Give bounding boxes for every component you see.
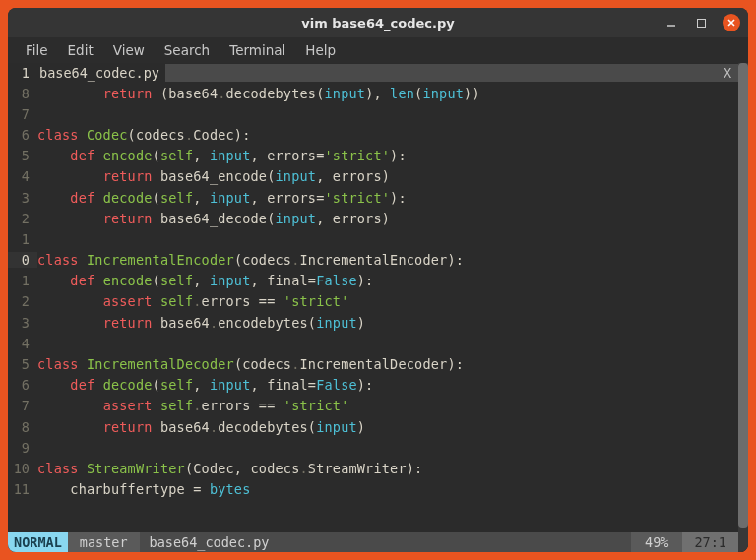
code-line: 5 def encode(self, input, errors='strict… [8,146,738,166]
menubar: File Edit View Search Terminal Help [8,37,748,63]
line-number: 1 [8,231,37,247]
line-content: assert self.errors == 'strict' [37,293,348,309]
line-number: 4 [8,336,37,351]
menu-file[interactable]: File [18,40,56,60]
line-number: 0 [8,252,37,268]
line-content: class IncrementalDecoder(codecs.Incremen… [37,356,464,372]
code-line: 1 [8,228,738,249]
line-content: def encode(self, input, errors='strict')… [37,148,407,163]
code-line: 11 charbuffertype = bytes [8,479,738,500]
code-line: 3 def decode(self, input, errors='strict… [8,187,738,208]
code-line: 9 [8,437,738,458]
line-content: class IncrementalEncoder(codecs.Incremen… [37,252,464,268]
maximize-button[interactable] [693,15,709,31]
code-line: 2 return base64_decode(input, errors) [8,208,738,228]
code-line: 4 return base64_encode(input, errors) [8,166,738,187]
line-number: 6 [8,377,37,393]
line-content: class StreamWriter(Codec, codecs.StreamW… [37,461,422,476]
line-content: return base64_decode(input, errors) [37,211,390,226]
code-column: 1 base64_codec.py X 8 return (base64.dec… [8,63,738,552]
minimize-button[interactable] [663,15,679,31]
code-line: 10class StreamWriter(Codec, codecs.Strea… [8,458,738,478]
code-line: 8 return base64.decodebytes(input) [8,416,738,437]
titlebar: vim base64_codec.py [8,8,748,37]
code-line: 6 def decode(self, input, final=False): [8,375,738,396]
terminal-area: 1 base64_codec.py X 8 return (base64.dec… [8,63,748,552]
code-body[interactable]: 8 return (base64.decodebytes(input), len… [8,83,738,532]
code-line: 6class Codec(codecs.Codec): [8,124,738,145]
code-line: 8 return (base64.decodebytes(input), len… [8,83,738,103]
status-percent: 49% [631,532,682,552]
line-number: 5 [8,356,37,372]
line-content: def decode(self, input, errors='strict')… [37,190,407,206]
line-content: return base64.encodebytes(input) [37,315,365,331]
line-content: return base64.decodebytes(input) [37,419,365,435]
line-number: 3 [8,315,37,331]
line-number: 1 [8,273,37,288]
terminal-window: vim base64_codec.py File Edit View Searc… [8,8,748,552]
buffer-index: 1 [8,65,35,81]
code-line: 0class IncrementalEncoder(codecs.Increme… [8,250,738,271]
code-line: 4 [8,333,738,353]
buffer-name[interactable]: base64_codec.py [35,65,159,81]
code-line: 1 def encode(self, input, final=False): [8,271,738,291]
scrollbar[interactable] [738,63,748,552]
code-line: 5class IncrementalDecoder(codecs.Increme… [8,353,738,374]
line-number: 8 [8,419,37,435]
status-branch: master [68,532,140,552]
menu-search[interactable]: Search [157,40,218,60]
line-content: charbuffertype = bytes [37,481,251,497]
menu-edit[interactable]: Edit [60,40,101,60]
statusline: NORMAL master base64_codec.py 49% 27:1 [8,532,738,552]
code-line: 3 return base64.encodebytes(input) [8,312,738,333]
scrollbar-thumb[interactable] [738,63,748,528]
window-controls [663,8,740,37]
line-content: def encode(self, input, final=False): [37,273,373,288]
line-content: assert self.errors == 'strict' [37,398,348,413]
line-number: 8 [8,86,37,101]
line-number: 7 [8,398,37,413]
code-line: 2 assert self.errors == 'strict' [8,291,738,312]
line-content: class Codec(codecs.Codec): [37,127,251,143]
close-button[interactable] [723,14,740,31]
line-number: 2 [8,211,37,226]
menu-help[interactable]: Help [297,40,344,60]
window-title: vim base64_codec.py [301,16,454,31]
line-number: 10 [8,461,37,476]
line-content: return (base64.decodebytes(input), len(i… [37,86,480,101]
line-number: 4 [8,168,37,184]
line-number: 6 [8,127,37,143]
bufferline-spacer [165,64,717,82]
line-number: 2 [8,293,37,309]
line-number: 11 [8,481,37,497]
line-number: 7 [8,106,37,122]
line-content: def decode(self, input, final=False): [37,377,373,393]
line-content: return base64_encode(input, errors) [37,168,390,184]
menu-view[interactable]: View [105,40,153,60]
line-number: 5 [8,148,37,163]
bufferline: 1 base64_codec.py X [8,63,738,83]
menu-terminal[interactable]: Terminal [221,40,293,60]
status-position: 27:1 [682,532,738,552]
status-mode: NORMAL [8,532,68,552]
code-line: 7 assert self.errors == 'strict' [8,396,738,416]
code-line: 7 [8,103,738,124]
line-number: 3 [8,190,37,206]
status-filename: base64_codec.py [140,532,632,552]
buffer-close-button[interactable]: X [717,64,738,82]
line-number: 9 [8,440,37,456]
